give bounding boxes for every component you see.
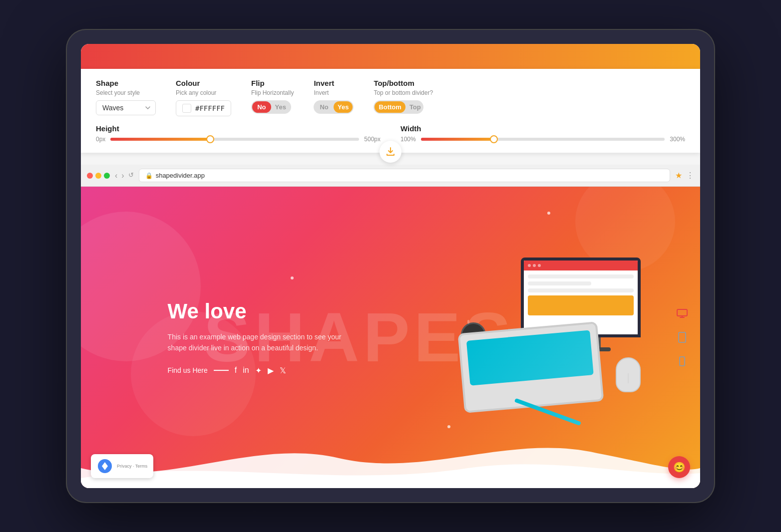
sidebar-desktop-icon[interactable] (674, 305, 690, 321)
flip-label: Flip (251, 79, 294, 87)
social-youtube[interactable]: ▶ (268, 366, 274, 375)
height-fill (110, 138, 210, 141)
recaptcha-logo (97, 458, 113, 474)
colour-control: Colour Pick any colour #FFFFFF (176, 79, 231, 116)
download-button[interactable] (380, 141, 401, 163)
height-max: 500px (364, 136, 381, 143)
browser-address-bar[interactable]: 🔒 shapedivider.app (139, 169, 670, 182)
height-min: 0px (96, 136, 105, 143)
tablet-pen (514, 398, 581, 426)
wave-container (81, 428, 700, 488)
flip-sublabel: Flip Horizontally (251, 89, 294, 96)
device-illustration (451, 258, 651, 417)
social-instagram[interactable]: ✦ (255, 366, 262, 375)
width-fill (421, 138, 494, 141)
width-max: 300% (670, 136, 685, 143)
width-track[interactable] (421, 138, 665, 141)
flip-control: Flip Flip Horizontally No Yes (251, 79, 294, 114)
flip-toggle[interactable]: No Yes (251, 100, 291, 114)
right-sidebar (674, 305, 690, 369)
width-label: Width (400, 124, 421, 133)
shape-select[interactable]: Waves Tilt Arrow Split (96, 100, 156, 115)
shape-sublabel: Select your style (96, 89, 156, 96)
invert-sublabel: Invert (314, 89, 354, 96)
topbottom-control: Top/bottom Top or bottom divider? Bottom… (374, 79, 433, 114)
svg-rect-0 (677, 309, 687, 316)
browser-chrome: ‹ › ↺ 🔒 shapedivider.app ★ ⋮ (81, 165, 700, 187)
find-us-text: Find us Here (168, 366, 208, 374)
preview-find-us: Find us Here f in ✦ ▶ 𝕏 (168, 366, 348, 375)
screen-line-2 (528, 281, 591, 285)
colour-sublabel: Pick any colour (176, 89, 231, 96)
flip-no-option[interactable]: No (252, 101, 271, 113)
device-frame: Shape Select your style Waves Tilt Arrow… (66, 29, 715, 503)
sidebar-tablet-icon[interactable] (674, 329, 690, 345)
topbottom-bottom-option[interactable]: Bottom (375, 101, 405, 113)
browser-actions: ★ ⋮ (675, 171, 694, 180)
width-thumb[interactable] (490, 135, 498, 143)
screen-dot-3 (538, 264, 541, 267)
invert-control: Invert Invert No Yes (314, 79, 354, 114)
colour-input[interactable]: #FFFFFF (176, 100, 231, 116)
menu-icon[interactable]: ⋮ (686, 171, 694, 180)
graphics-tablet (457, 321, 604, 413)
screen-img-block (528, 295, 634, 315)
tablet-screen (466, 330, 594, 385)
chat-button[interactable]: 😊 (668, 456, 690, 478)
browser-nav: ‹ › ↺ (115, 171, 134, 180)
invert-toggle[interactable]: No Yes (314, 100, 354, 114)
colour-label: Colour (176, 79, 231, 87)
shape-label: Shape (96, 79, 156, 87)
screen-line-3 (528, 288, 634, 292)
lock-icon: 🔒 (145, 172, 153, 179)
sliders-row: Height 0px 500px Width (96, 124, 685, 143)
preview-gradient-bg: SHAPES We love This is an example web pa… (81, 187, 700, 488)
topbottom-sublabel: Top or bottom divider? (374, 89, 433, 96)
social-facebook[interactable]: f (235, 366, 237, 375)
monitor-screen-bar (524, 261, 638, 270)
social-linkedin[interactable]: in (243, 366, 249, 375)
svg-rect-1 (679, 332, 686, 342)
recaptcha-text: Privacy · Terms (117, 464, 147, 469)
topbottom-label: Top/bottom (374, 79, 433, 87)
invert-yes-option[interactable]: Yes (334, 101, 353, 113)
topbottom-top-option[interactable]: Top (405, 101, 425, 113)
bookmark-icon[interactable]: ★ (675, 171, 682, 180)
recaptcha: Privacy · Terms (91, 454, 153, 478)
controls-panel: Shape Select your style Waves Tilt Arrow… (81, 69, 700, 153)
shape-control: Shape Select your style Waves Tilt Arrow… (96, 79, 156, 115)
screen-line-1 (528, 274, 634, 278)
browser-dot-green[interactable] (104, 173, 110, 179)
coffee-steam (467, 320, 469, 324)
topbottom-toggle[interactable]: Bottom Top (374, 100, 423, 114)
screen-dot-2 (533, 264, 536, 267)
nav-forward[interactable]: › (121, 171, 124, 180)
screen-dot-1 (528, 264, 531, 267)
height-track[interactable] (110, 138, 359, 141)
nav-back[interactable]: ‹ (115, 171, 117, 180)
social-twitter[interactable]: 𝕏 (280, 366, 286, 375)
height-slider-container: Height 0px 500px (96, 124, 381, 143)
height-thumb[interactable] (206, 135, 214, 143)
recaptcha-privacy: Privacy · Terms (117, 464, 147, 469)
height-slider-row: 0px 500px (96, 136, 381, 143)
browser-dot-red[interactable] (87, 173, 93, 179)
flip-yes-option[interactable]: Yes (271, 101, 290, 113)
width-slider-container: Width 100% 300% (400, 124, 685, 143)
browser-dot-yellow[interactable] (95, 173, 101, 179)
preview-area: SHAPES We love This is an example web pa… (81, 187, 700, 488)
browser-dots (87, 173, 110, 179)
invert-no-option[interactable]: No (315, 101, 334, 113)
colour-hex: #FFFFFF (195, 104, 225, 112)
deco-dot-2 (291, 276, 294, 279)
top-bar (81, 44, 700, 69)
nav-refresh[interactable]: ↺ (128, 171, 134, 180)
svg-rect-2 (680, 357, 685, 366)
preview-content: We love This is an example web page desi… (168, 299, 348, 375)
width-min: 100% (400, 136, 416, 143)
invert-label: Invert (314, 79, 354, 87)
find-us-line (214, 370, 229, 371)
monitor-screen-body (524, 270, 638, 319)
sidebar-mobile-icon[interactable] (674, 353, 690, 369)
wave-svg (81, 428, 700, 488)
